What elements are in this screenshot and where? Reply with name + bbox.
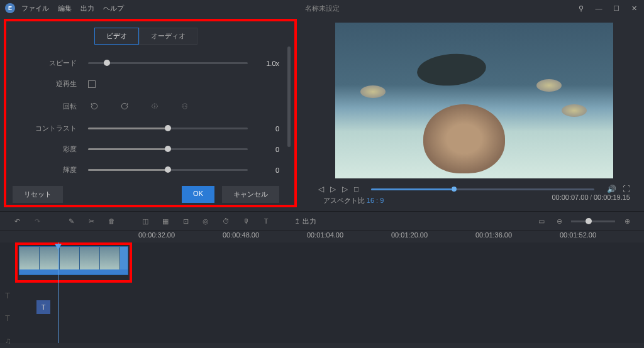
fish-shape <box>360 85 386 98</box>
text-track-icon: T <box>5 291 14 300</box>
speed-slider[interactable] <box>88 62 248 64</box>
brightness-label: 輝度 <box>13 165 88 175</box>
zoom-region-icon[interactable]: ⊡ <box>180 215 191 227</box>
cut-icon[interactable]: ✂ <box>86 215 97 227</box>
audio-track-icon: ♫ <box>5 336 14 345</box>
brightness-slider[interactable] <box>88 169 248 171</box>
saturation-value: 0 <box>248 146 279 153</box>
fish-shape <box>423 104 505 173</box>
delete-icon[interactable]: 🗑 <box>106 215 117 227</box>
window-controls: ⚲ — ☐ ✕ <box>576 4 639 13</box>
speed-label: スピード <box>13 58 88 68</box>
time-display: 00:00:07.00 / 00:00:19.15 <box>552 193 630 205</box>
fullscreen-icon[interactable]: ⛶ <box>623 185 630 193</box>
contrast-value: 0 <box>248 125 279 133</box>
main-menu: ファイル 編集 出力 ヘルプ <box>21 4 124 13</box>
crop-icon[interactable]: ◫ <box>140 215 151 227</box>
export-button[interactable]: ↥ 出力 <box>294 217 316 226</box>
fish-shape <box>562 104 587 117</box>
rotate-label: 回転 <box>13 102 88 111</box>
play-icon[interactable]: ▷ <box>330 185 336 193</box>
saturation-slider[interactable] <box>88 148 248 150</box>
cancel-button[interactable]: キャンセル <box>222 186 279 203</box>
text-tool-icon[interactable]: T <box>260 215 272 227</box>
menu-edit[interactable]: 編集 <box>58 4 72 13</box>
undo-icon[interactable]: ↶ <box>11 215 23 227</box>
fish-shape <box>536 79 562 92</box>
speed-value: 1.0x <box>248 60 279 67</box>
flip-vertical-icon[interactable] <box>179 100 191 112</box>
menu-export[interactable]: 出力 <box>80 4 94 13</box>
video-settings-panel: ビデオ オーディオ スピード 1.0x 逆再生 回転 コントラスト 0 <box>4 19 297 207</box>
saturation-label: 彩度 <box>13 144 88 154</box>
rotate-cw-icon[interactable] <box>118 100 131 112</box>
flip-horizontal-icon[interactable] <box>148 100 161 112</box>
speed-icon[interactable]: ⏱ <box>220 215 231 227</box>
brightness-value: 0 <box>248 166 279 174</box>
preview-panel: ◁ ▷ ▷ □ 🔊 ⛶ アスペクト比 16 : 9 00:00:07.00 / … <box>297 16 644 207</box>
tab-video[interactable]: ビデオ <box>94 28 139 45</box>
timeline[interactable]: T T T ♫ <box>0 242 644 343</box>
mosaic-icon[interactable]: ▦ <box>160 215 171 227</box>
contrast-label: コントラスト <box>13 124 88 133</box>
time-ruler[interactable]: 00:00:32.0000:00:48.0000:01:04.00 00:01:… <box>0 231 644 242</box>
reset-button[interactable]: リセット <box>13 186 63 203</box>
app-logo: E <box>5 3 15 13</box>
ok-button[interactable]: OK <box>182 186 214 203</box>
menu-file[interactable]: ファイル <box>21 4 49 13</box>
rotate-ccw-icon[interactable] <box>88 100 101 112</box>
next-frame-icon[interactable]: ▷ <box>342 185 348 193</box>
titlebar: E ファイル 編集 出力 ヘルプ 名称未設定 ⚲ — ☐ ✕ <box>0 0 644 16</box>
minimize-icon[interactable]: — <box>594 4 604 13</box>
voiceover-icon[interactable]: 🎙 <box>240 215 252 227</box>
zoom-out-icon[interactable]: ⊖ <box>553 215 565 227</box>
close-icon[interactable]: ✕ <box>629 4 639 13</box>
video-clip[interactable] <box>19 246 128 275</box>
pin-icon[interactable]: ⚲ <box>576 4 586 13</box>
edit-icon[interactable]: ✎ <box>65 215 77 227</box>
text-track-icon: T <box>5 313 14 323</box>
volume-icon[interactable]: 🔊 <box>607 185 616 193</box>
window-title: 名称未設定 <box>305 4 340 13</box>
snapshot-icon[interactable]: ◎ <box>200 215 211 227</box>
aspect-value[interactable]: 16 : 9 <box>367 197 384 204</box>
clip-highlight <box>15 242 132 283</box>
marker-icon[interactable]: ▭ <box>536 215 547 227</box>
contrast-slider[interactable] <box>88 128 248 129</box>
reverse-checkbox[interactable] <box>88 80 96 88</box>
reverse-label: 逆再生 <box>13 79 88 89</box>
zoom-in-icon[interactable]: ⊕ <box>621 215 633 227</box>
progress-bar[interactable] <box>371 188 594 190</box>
menu-help[interactable]: ヘルプ <box>103 4 124 13</box>
prev-frame-icon[interactable]: ◁ <box>318 185 324 193</box>
redo-icon[interactable]: ↷ <box>31 215 43 227</box>
panel-scrollbar[interactable] <box>287 46 291 147</box>
fish-shape <box>416 51 487 88</box>
timeline-toolbar: ↶ ↷ ✎ ✂ 🗑 ◫ ▦ ⊡ ◎ ⏱ 🎙 T ↥ 出力 ▭ ⊖ ⊕ <box>0 211 644 231</box>
tab-audio[interactable]: オーディオ <box>139 28 197 45</box>
aspect-ratio: アスペクト比 16 : 9 <box>318 196 384 205</box>
preview-video <box>335 23 613 178</box>
maximize-icon[interactable]: ☐ <box>611 4 621 13</box>
zoom-slider[interactable] <box>571 220 615 222</box>
stop-icon[interactable]: □ <box>354 185 358 193</box>
